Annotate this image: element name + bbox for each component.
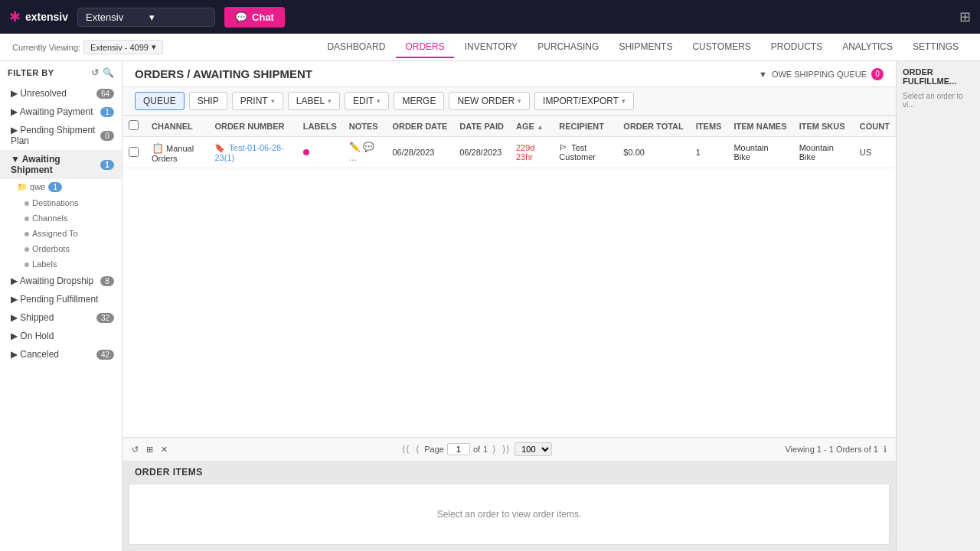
col-order-total: ORDER TOTAL <box>617 116 689 137</box>
notes-ellipsis-icon[interactable]: ... <box>349 152 357 163</box>
nav-shipments[interactable]: SHIPMENTS <box>609 37 681 58</box>
sidebar-badge-shipped: 32 <box>96 313 114 323</box>
page-label: Page <box>424 445 444 454</box>
ship-button[interactable]: SHIP <box>189 92 227 110</box>
row-order-total: $0.00 <box>617 137 689 168</box>
sidebar-item-pending-fulfillment[interactable]: ▶ Pending Fulfillment <box>0 290 122 308</box>
info-icon[interactable]: ℹ <box>884 445 887 454</box>
orders-section: CHANNEL ORDER NUMBER LABELS NOTES ORDER … <box>122 116 896 461</box>
grid-view-icon[interactable]: ⊞ <box>146 445 153 455</box>
col-items: ITEMS <box>690 116 728 137</box>
orders-table-container[interactable]: CHANNEL ORDER NUMBER LABELS NOTES ORDER … <box>122 116 896 437</box>
sidebar-badge-pending-shipment: 0 <box>100 131 114 141</box>
edit-note-icon[interactable]: ✏️ <box>349 142 361 152</box>
nav-customers[interactable]: CUSTOMERS <box>683 37 760 58</box>
last-page-button[interactable]: ⟩⟩ <box>501 442 511 456</box>
chat-button[interactable]: 💬 Chat <box>224 7 285 28</box>
col-order-date: ORDER DATE <box>386 116 453 137</box>
sidebar-item-awaiting-dropship[interactable]: ▶ Awaiting Dropship 8 <box>0 272 122 290</box>
sidebar-item-on-hold[interactable]: ▶ On Hold <box>0 327 122 345</box>
workspace-name: Extensiv <box>86 11 143 23</box>
sidebar-item-shipped[interactable]: ▶ Shipped 32 <box>0 308 122 327</box>
chat-note-icon[interactable]: 💬 <box>363 142 374 152</box>
refresh-icon[interactable]: ↺ <box>132 445 139 455</box>
sidebar-badge-canceled: 42 <box>96 350 114 360</box>
sidebar-badge-unresolved: 64 <box>96 89 114 99</box>
currently-viewing-label: Currently Viewing: <box>12 43 80 52</box>
sidebar-badge-awaiting-shipment: 1 <box>100 160 114 170</box>
prev-page-button[interactable]: ⟨ <box>414 442 421 456</box>
footer-left: ↺ ⊞ ✕ <box>132 445 168 455</box>
col-recipient: RECIPIENT <box>553 116 617 137</box>
filter-search-icon[interactable]: 🔍 <box>103 67 115 78</box>
new-order-button[interactable]: NEW ORDER ▾ <box>449 92 530 110</box>
order-type-icon: 🔖 <box>214 143 225 152</box>
age-sort-icon[interactable]: ▲ <box>537 123 544 131</box>
sidebar-item-destinations[interactable]: Destinations <box>0 195 122 210</box>
channel-icon: 📋 <box>152 142 164 154</box>
queue-button[interactable]: QUEUE <box>135 92 185 110</box>
nav-purchasing[interactable]: PURCHASING <box>528 37 608 58</box>
nav-products[interactable]: PRODUCTS <box>762 37 831 58</box>
nav-settings[interactable]: SETTINGS <box>903 37 968 58</box>
table-row[interactable]: 📋 Manual Orders 🔖 Test-01-06-28-23(1) <box>122 137 896 168</box>
nav-inventory[interactable]: INVENTORY <box>456 37 528 58</box>
sidebar-item-unresolved[interactable]: ▶ Unresolved 64 <box>0 84 122 103</box>
print-button[interactable]: PRINT ▾ <box>232 92 283 110</box>
main-layout: FILTER BY ↺ 🔍 ▶ Unresolved 64 ▶ Awaiting… <box>0 61 980 551</box>
close-filter-icon[interactable]: ✕ <box>161 445 168 455</box>
label-button[interactable]: LABEL ▾ <box>288 92 340 110</box>
sidebar-item-labels[interactable]: Labels <box>0 256 122 272</box>
page-input[interactable] <box>447 443 470 455</box>
col-order-number: ORDER NUMBER <box>208 116 296 137</box>
label-dot-icon <box>303 149 309 155</box>
logo-text: extensiv <box>25 11 68 23</box>
nav-analytics[interactable]: ANALYTICS <box>833 37 902 58</box>
row-select-checkbox[interactable] <box>129 147 139 157</box>
page-header: ORDERS / AWAITING SHIPMENT ▼ OWE SHIPPIN… <box>122 61 896 87</box>
sidebar-item-qwe[interactable]: 📁 qwe 1 <box>0 179 122 195</box>
right-panel-title: ORDER FULFILLME... <box>903 67 974 86</box>
col-count: COUNT <box>854 116 896 137</box>
merge-button[interactable]: MERGE <box>394 92 444 110</box>
store-badge[interactable]: Extensiv - 4099 ▾ <box>83 40 163 54</box>
col-checkbox <box>122 116 145 137</box>
filter-icons: ↺ 🔍 <box>91 67 114 78</box>
row-checkbox <box>122 137 145 168</box>
per-page-select[interactable]: 100 50 25 <box>514 442 552 456</box>
recipient-flag-icon: 🏳 <box>559 143 567 152</box>
next-page-button[interactable]: ⟩ <box>491 442 498 456</box>
row-order-number: 🔖 Test-01-06-28-23(1) <box>208 137 296 168</box>
row-date-paid: 06/28/2023 <box>453 137 510 168</box>
edit-button[interactable]: EDIT ▾ <box>345 92 389 110</box>
logo-area: ✱ extensiv <box>9 8 68 25</box>
filter-reset-icon[interactable]: ↺ <box>91 67 100 78</box>
workspace-chevron-icon: ▾ <box>149 11 207 23</box>
grid-icon[interactable]: ⊞ <box>959 8 971 25</box>
col-date-paid: DATE PAID <box>453 116 510 137</box>
edit-chevron-icon: ▾ <box>377 97 381 105</box>
sidebar-item-orderbots[interactable]: Orderbots <box>0 241 122 256</box>
sidebar-item-awaiting-payment[interactable]: ▶ Awaiting Payment 1 <box>0 103 122 121</box>
currently-viewing: Currently Viewing: Extensiv - 4099 ▾ <box>12 40 163 54</box>
workspace-selector[interactable]: Extensiv ▾ <box>77 8 215 27</box>
table-footer: ↺ ⊞ ✕ ⟨⟨ ⟨ Page of 1 ⟩ ⟩⟩ 100 50 2 <box>122 437 896 461</box>
shipping-queue: ▼ OWE SHIPPING QUEUE 0 <box>759 68 884 80</box>
select-all-checkbox[interactable] <box>129 120 139 130</box>
nav-links: DASHBOARD ORDERS INVENTORY PURCHASING SH… <box>318 37 968 58</box>
chat-bubble-icon: 💬 <box>235 11 247 23</box>
right-panel-hint: Select an order to vi... <box>903 92 974 109</box>
shipping-queue-text: OWE SHIPPING QUEUE <box>772 70 867 79</box>
first-page-button[interactable]: ⟨⟨ <box>400 442 411 456</box>
sidebar-item-assigned-to[interactable]: Assigned To <box>0 226 122 241</box>
sidebar-item-channels[interactable]: Channels <box>0 210 122 226</box>
sidebar-item-awaiting-shipment[interactable]: ▼ Awaiting Shipment 1 <box>0 150 122 179</box>
nav-orders[interactable]: ORDERS <box>396 37 453 58</box>
sidebar-item-canceled[interactable]: ▶ Canceled 42 <box>0 345 122 364</box>
footer-nav: ⟨⟨ ⟨ Page of 1 ⟩ ⟩⟩ 100 50 25 <box>400 442 552 456</box>
nav-dashboard[interactable]: DASHBOARD <box>318 37 394 58</box>
row-channel: 📋 Manual Orders <box>145 137 208 168</box>
import-export-button[interactable]: IMPORT/EXPORT ▾ <box>534 92 634 110</box>
sidebar-item-pending-shipment[interactable]: ▶ Pending Shipment Plan 0 <box>0 121 122 150</box>
viewing-count: Viewing 1 - 1 Orders of 1 ℹ <box>785 445 887 455</box>
